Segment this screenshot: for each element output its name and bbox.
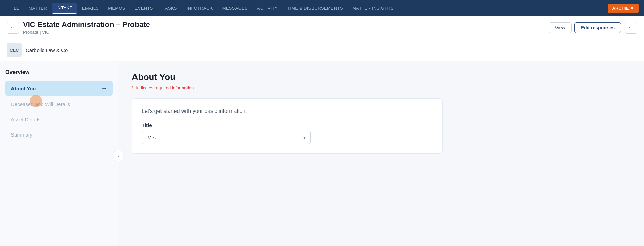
title-select[interactable]: Mrs Mr Ms Miss Dr Prof (142, 131, 311, 144)
company-row: CLC Carbolic Law & Co (0, 39, 644, 61)
content-area: About You * indicates required informati… (118, 61, 644, 246)
nav-file[interactable]: FILE (5, 3, 23, 14)
chevron-left-icon: ‹ (118, 153, 119, 158)
archie-button[interactable]: ARCHIE ✦ (608, 4, 639, 13)
title-field: Title Mrs Mr Ms Miss Dr Prof ▾ (142, 122, 433, 144)
required-asterisk: * (132, 85, 133, 90)
title-select-wrapper: Mrs Mr Ms Miss Dr Prof ▾ (142, 131, 311, 144)
sidebar-item-summary[interactable]: Summary (5, 128, 113, 142)
nav-time-disbursements[interactable]: TIME & DISBURSEMENTS (283, 3, 347, 14)
section-title: About You (132, 72, 630, 82)
back-button[interactable]: ← (7, 22, 19, 34)
sidebar-item-asset-details[interactable]: Asset Details (5, 113, 113, 126)
nav-intake[interactable]: INTAKE (52, 3, 77, 14)
breadcrumb-probate: Probate (23, 30, 39, 35)
nav-emails[interactable]: EMAILS (78, 3, 103, 14)
sidebar-label-deceased-will: Deceased and Will Details (11, 101, 70, 107)
header-actions: View Edit responses (549, 22, 621, 33)
header-title-block: VIC Estate Administration – Probate Prob… (23, 20, 545, 35)
nav-infotrack[interactable]: INFOTRACK (182, 3, 217, 14)
title-label: Title (142, 122, 433, 128)
more-options-button[interactable]: ··· (625, 22, 637, 34)
nav-matter-insights[interactable]: MATTER INSIGHTS (348, 3, 398, 14)
header: ← VIC Estate Administration – Probate Pr… (0, 16, 644, 39)
top-navigation: FILE MATTER INTAKE EMAILS MEMOS EVENTS T… (0, 0, 644, 16)
back-icon: ← (10, 25, 16, 31)
sidebar-item-deceased-will[interactable]: Deceased and Will Details (5, 97, 113, 111)
sidebar-label-about-you: About You (11, 85, 36, 91)
edit-responses-button[interactable]: Edit responses (574, 22, 621, 33)
form-card-subtitle: Let's get started with your basic inform… (142, 108, 433, 114)
arrow-icon: → (101, 85, 107, 92)
view-button[interactable]: View (549, 22, 572, 33)
company-name: Carbolic Law & Co (26, 47, 68, 53)
nav-matter[interactable]: MATTER (25, 3, 51, 14)
sidebar-label-summary: Summary (11, 132, 32, 138)
sidebar-overview-label: Overview (5, 69, 113, 75)
more-icon: ··· (628, 24, 634, 31)
nav-messages[interactable]: MESSAGES (218, 3, 252, 14)
sidebar-item-about-you[interactable]: About You → (5, 81, 113, 96)
nav-events[interactable]: EVENTS (131, 3, 157, 14)
nav-memos[interactable]: MEMOS (104, 3, 129, 14)
page-title: VIC Estate Administration – Probate (23, 20, 545, 29)
nav-activity[interactable]: ACTIVITY (253, 3, 282, 14)
breadcrumb-vic: VIC (42, 30, 49, 35)
sidebar: Overview About You → Deceased and Will D… (0, 61, 118, 246)
breadcrumb: Probate | VIC (23, 30, 545, 35)
avatar: CLC (7, 43, 22, 57)
collapse-sidebar-button[interactable]: ‹ (113, 150, 124, 161)
sidebar-label-asset-details: Asset Details (11, 117, 41, 122)
nav-tasks[interactable]: TASKS (158, 3, 181, 14)
main-body: Overview About You → Deceased and Will D… (0, 61, 644, 246)
form-card: Let's get started with your basic inform… (132, 98, 443, 154)
required-note: * indicates required information (132, 85, 630, 90)
